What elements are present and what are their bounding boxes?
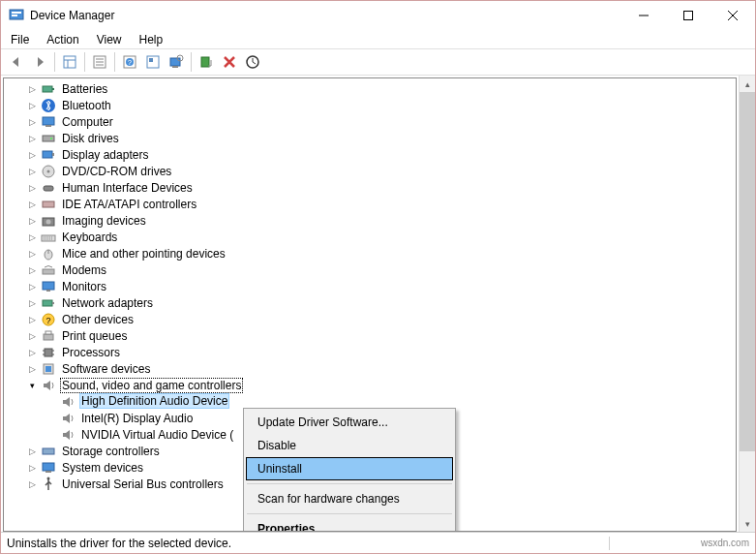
ctx-disable[interactable]: Disable (246, 434, 453, 457)
device-tree[interactable]: ▷Batteries ▷Bluetooth ▷Computer ▷Disk dr… (3, 77, 737, 532)
expand-arrow-icon[interactable]: ▷ (25, 461, 39, 475)
svg-rect-46 (46, 290, 50, 292)
svg-rect-36 (43, 201, 54, 207)
update-driver-button[interactable] (241, 50, 264, 74)
expand-arrow-icon[interactable]: ▷ (25, 362, 39, 376)
expand-arrow-icon[interactable]: ▷ (25, 198, 39, 211)
speaker-icon (60, 394, 76, 410)
display-adapter-icon (41, 147, 56, 163)
expand-arrow-icon[interactable]: ▷ (25, 263, 39, 277)
svg-rect-18 (149, 58, 153, 62)
menu-action[interactable]: Action (45, 32, 80, 47)
tree-item-processors[interactable]: ▷Processors (4, 344, 736, 360)
expand-arrow-icon[interactable]: ▷ (25, 99, 39, 112)
keyboard-icon (41, 230, 56, 245)
computer-icon (41, 114, 56, 130)
menu-view[interactable]: View (95, 32, 124, 47)
svg-rect-25 (52, 88, 54, 90)
scroll-down-icon[interactable]: ▾ (740, 515, 755, 532)
tree-item-sound[interactable]: ▾Sound, video and game controllers (4, 377, 736, 393)
svg-rect-51 (44, 334, 53, 340)
back-button[interactable] (5, 50, 28, 74)
scan-hardware-button[interactable] (165, 50, 188, 74)
ctx-separator (247, 513, 452, 514)
tree-item-network[interactable]: ▷Network adapters (4, 294, 736, 311)
svg-rect-29 (43, 136, 54, 141)
svg-point-63 (47, 477, 50, 479)
tree-item-keyboards[interactable]: ▷Keyboards (4, 229, 736, 245)
svg-rect-47 (43, 300, 52, 306)
expand-arrow-icon[interactable]: ▷ (25, 313, 39, 326)
other-icon: ? (41, 312, 56, 327)
ctx-scan[interactable]: Scan for hardware changes (246, 487, 453, 510)
svg-rect-1 (12, 12, 21, 14)
expand-arrow-icon[interactable]: ▷ (25, 214, 39, 228)
tree-item-print-queues[interactable]: ▷Print queues (4, 327, 736, 344)
system-icon (41, 460, 56, 476)
tree-item-computer[interactable]: ▷Computer (4, 113, 736, 130)
monitor-icon (41, 279, 56, 294)
collapse-arrow-icon[interactable]: ▾ (25, 379, 39, 392)
properties-button[interactable] (88, 50, 111, 74)
expand-arrow-icon[interactable]: ▷ (25, 82, 39, 96)
scroll-track[interactable] (740, 92, 755, 515)
help-button[interactable]: ? (118, 50, 141, 74)
ctx-separator (247, 483, 452, 484)
expand-arrow-icon[interactable]: ▷ (25, 148, 39, 162)
vertical-scrollbar[interactable]: ▴ ▾ (739, 76, 755, 532)
expand-arrow-icon[interactable]: ▷ (25, 165, 39, 178)
scroll-thumb[interactable] (740, 92, 755, 451)
enable-button[interactable] (195, 50, 218, 74)
tree-item-display-adapters[interactable]: ▷Display adapters (4, 146, 736, 163)
tree-item-monitors[interactable]: ▷Monitors (4, 278, 736, 294)
toolbar: ? (1, 48, 755, 76)
svg-rect-22 (201, 57, 209, 67)
expand-arrow-icon[interactable]: ▷ (25, 296, 39, 310)
tree-item-bluetooth[interactable]: ▷Bluetooth (4, 97, 736, 113)
close-button[interactable] (711, 1, 755, 30)
expand-arrow-icon[interactable]: ▷ (25, 346, 39, 359)
expand-arrow-icon[interactable]: ▷ (25, 115, 39, 129)
show-hide-tree-button[interactable] (58, 50, 81, 74)
watermark: wsxdn.com (687, 538, 755, 548)
toolbar-icon[interactable] (141, 50, 165, 74)
tree-item-batteries[interactable]: ▷Batteries (4, 80, 736, 97)
ctx-uninstall[interactable]: Uninstall (246, 457, 453, 480)
scroll-up-icon[interactable]: ▴ (740, 76, 755, 92)
minimize-button[interactable] (621, 1, 666, 30)
disk-icon (41, 131, 56, 146)
printer-icon (41, 328, 56, 344)
expand-arrow-icon[interactable]: ▷ (25, 329, 39, 343)
tree-item-ide[interactable]: ▷IDE ATA/ATAPI controllers (4, 196, 736, 212)
tree-item-modems[interactable]: ▷Modems (4, 262, 736, 278)
content-area: ▷Batteries ▷Bluetooth ▷Computer ▷Disk dr… (1, 76, 755, 532)
spacer (45, 395, 58, 409)
tree-item-hid[interactable]: ▷Human Interface Devices (4, 179, 736, 196)
expand-arrow-icon[interactable]: ▷ (25, 132, 39, 145)
tree-item-software[interactable]: ▷Software devices (4, 360, 736, 377)
forward-button[interactable] (28, 50, 51, 74)
tree-item-imaging[interactable]: ▷Imaging devices (4, 212, 736, 229)
expand-arrow-icon[interactable]: ▷ (25, 231, 39, 244)
svg-rect-61 (43, 463, 54, 471)
uninstall-button[interactable] (218, 50, 241, 74)
tree-item-dvd[interactable]: ▷DVD/CD-ROM drives (4, 163, 736, 179)
tree-item-mice[interactable]: ▷Mice and other pointing devices (4, 245, 736, 262)
maximize-button[interactable] (666, 1, 711, 30)
bluetooth-icon (41, 98, 56, 113)
expand-arrow-icon[interactable]: ▷ (25, 445, 39, 458)
expand-arrow-icon[interactable]: ▷ (25, 247, 39, 261)
dvd-icon (41, 164, 56, 179)
expand-arrow-icon[interactable]: ▷ (25, 280, 39, 293)
expand-arrow-icon[interactable]: ▷ (25, 477, 39, 491)
menu-file[interactable]: File (9, 32, 31, 47)
svg-rect-44 (43, 269, 54, 274)
ctx-properties[interactable]: Properties (246, 517, 453, 532)
ctx-update-driver[interactable]: Update Driver Software... (246, 411, 453, 434)
menu-help[interactable]: Help (137, 32, 166, 47)
context-menu: Update Driver Software... Disable Uninst… (243, 408, 456, 532)
tree-item-other[interactable]: ▷?Other devices (4, 311, 736, 327)
tree-item-disk-drives[interactable]: ▷Disk drives (4, 130, 736, 146)
expand-arrow-icon[interactable]: ▷ (25, 181, 39, 195)
svg-rect-59 (45, 366, 51, 372)
